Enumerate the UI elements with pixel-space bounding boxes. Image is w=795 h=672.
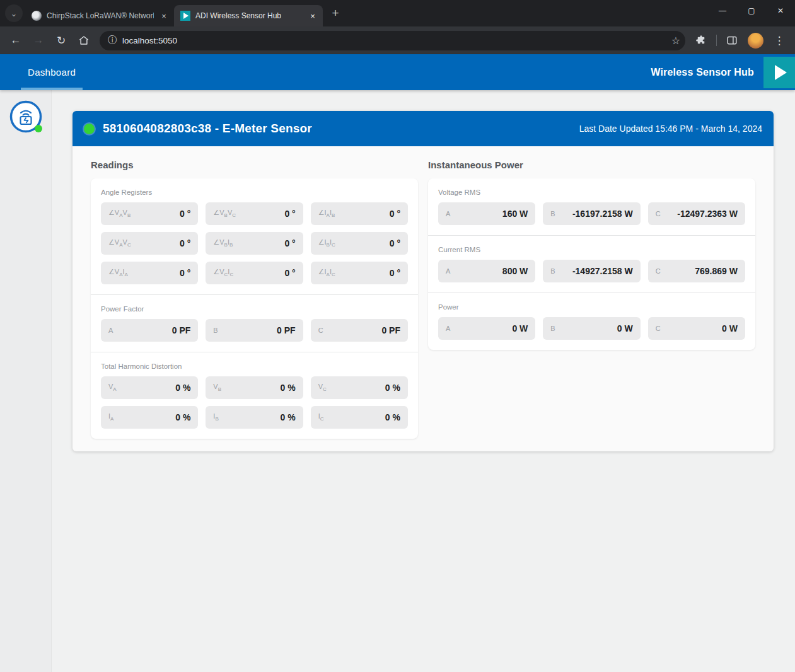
- field-value: 0 °: [180, 268, 190, 278]
- chirpstack-favicon: [32, 11, 42, 21]
- field-value: 0 °: [180, 209, 190, 219]
- reading-field: B-14927.2158 W: [543, 260, 640, 282]
- field-label: VB: [213, 383, 221, 392]
- reading-field: B0 PF: [206, 319, 303, 342]
- field-value: 0 %: [385, 412, 400, 422]
- reading-field: ∠VCIC0 °: [206, 262, 303, 284]
- reading-field: ∠VAIA0 °: [101, 262, 198, 284]
- readings-column: Readings Angle Registers ∠VAVB0 °∠VBVC0 …: [91, 157, 418, 439]
- adi-logo[interactable]: [763, 57, 795, 88]
- app-header: Dashboard Wireless Sensor Hub: [0, 54, 795, 90]
- new-tab-button[interactable]: +: [327, 4, 344, 22]
- nav-tab-label: Dashboard: [28, 67, 76, 78]
- field-value: -16197.2158 W: [572, 209, 633, 219]
- device-online-dot: [35, 125, 42, 132]
- last-updated-text: Last Date Updated 15:46 PM - March 14, 2…: [579, 124, 762, 134]
- back-button[interactable]: ←: [5, 30, 26, 51]
- reading-field: A0 W: [438, 317, 535, 340]
- field-value: 0 W: [512, 323, 528, 333]
- field-label: ∠IAIB: [318, 209, 335, 218]
- field-label: ∠VBVC: [213, 209, 236, 218]
- group-title-voltage-rms: Voltage RMS: [438, 188, 745, 196]
- nav-tab-dashboard[interactable]: Dashboard: [21, 54, 83, 90]
- readings-section-title: Readings: [91, 159, 418, 170]
- kebab-menu-icon[interactable]: ⋮: [769, 30, 790, 51]
- minimize-button[interactable]: —: [708, 0, 737, 21]
- chevron-down-icon: ⌄: [11, 9, 18, 18]
- screen: ⌄ ChirpStack LoRaWAN® Network × ADI Wire…: [0, 0, 795, 672]
- field-value: 0 °: [284, 209, 295, 219]
- tab-chirpstack[interactable]: ChirpStack LoRaWAN® Network ×: [25, 5, 174, 26]
- window-controls: — ▢ ✕: [708, 0, 795, 21]
- current-rms-grid: A800 WB-14927.2158 WC769.869 W: [438, 260, 745, 282]
- reading-field: C-12497.2363 W: [648, 202, 745, 225]
- group-title-power-factor: Power Factor: [101, 305, 408, 313]
- tab-title: ChirpStack LoRaWAN® Network: [47, 11, 154, 20]
- home-icon[interactable]: [73, 30, 95, 51]
- field-label: VA: [108, 383, 117, 392]
- extensions-puzzle-icon[interactable]: [690, 30, 712, 51]
- field-label: ∠VAIA: [108, 268, 128, 277]
- reading-field: ∠VAVC0 °: [101, 232, 198, 255]
- header-right: Wireless Sensor Hub: [651, 57, 795, 88]
- instantaneous-power-section-title: Instantaneous Power: [428, 159, 755, 170]
- maximize-button[interactable]: ▢: [737, 0, 766, 21]
- field-value: 0 %: [175, 412, 190, 422]
- side-panel-icon[interactable]: [721, 30, 743, 51]
- reading-field: VB0 %: [206, 376, 303, 399]
- status-dot: [84, 124, 95, 134]
- reading-field: C769.869 W: [648, 260, 745, 282]
- tab-close-icon[interactable]: ×: [159, 11, 169, 21]
- field-value: 800 W: [502, 266, 528, 276]
- reading-field: C0 W: [648, 317, 745, 340]
- tab-title: ADI Wireless Sensor Hub: [195, 11, 303, 20]
- tab-adi-wireless-sensor-hub[interactable]: ADI Wireless Sensor Hub ×: [174, 5, 323, 26]
- readings-panel: Angle Registers ∠VAVB0 °∠VBVC0 °∠IAIB0 °…: [91, 178, 418, 439]
- panel-divider: [428, 293, 755, 293]
- bookmark-star-icon[interactable]: ☆: [671, 35, 680, 47]
- field-value: 0 %: [281, 412, 296, 422]
- field-value: 0 W: [617, 323, 633, 333]
- reload-button[interactable]: ↻: [50, 30, 72, 51]
- browser-toolbar: ← → ↻ ⓘ localhost:5050 ☆ ⋮: [0, 26, 795, 54]
- reading-field: ∠IAIB0 °: [311, 202, 408, 225]
- field-label: A: [108, 327, 113, 334]
- url-text[interactable]: localhost:5050: [122, 36, 666, 45]
- field-value: 0 °: [390, 209, 400, 219]
- field-value: 0 %: [175, 383, 190, 393]
- group-title-current-rms: Current RMS: [438, 246, 745, 253]
- app-body: 5810604082803c38 - E-Meter Sensor Last D…: [0, 90, 795, 672]
- reading-field: C0 PF: [311, 319, 408, 342]
- tab-search-button[interactable]: ⌄: [5, 4, 23, 22]
- field-value: 0 °: [284, 268, 295, 278]
- play-triangle-icon: [183, 13, 189, 19]
- field-value: 0 %: [281, 383, 296, 393]
- reading-field: A160 W: [438, 202, 535, 225]
- sidebar-device-emeter[interactable]: [9, 100, 43, 134]
- field-value: 769.869 W: [695, 266, 738, 276]
- field-value: -12497.2363 W: [677, 209, 738, 219]
- reading-field: B-16197.2158 W: [543, 202, 640, 225]
- profile-avatar[interactable]: [748, 33, 763, 49]
- sensor-card-body: Readings Angle Registers ∠VAVB0 °∠VBVC0 …: [73, 146, 774, 451]
- reading-field: IA0 %: [101, 406, 198, 429]
- field-value: 0 PF: [172, 325, 191, 335]
- sidebar: [0, 90, 52, 672]
- field-value: 0 °: [284, 238, 295, 248]
- close-window-button[interactable]: ✕: [766, 0, 795, 21]
- panel-divider: [91, 294, 418, 295]
- site-info-icon[interactable]: ⓘ: [108, 35, 117, 46]
- field-value: 0 PF: [381, 325, 400, 335]
- group-title-angle-registers: Angle Registers: [101, 188, 408, 196]
- adi-triangle-icon: [775, 65, 787, 80]
- address-bar[interactable]: ⓘ localhost:5050 ☆: [100, 31, 685, 50]
- browser-tabstrip: ⌄ ChirpStack LoRaWAN® Network × ADI Wire…: [0, 0, 795, 26]
- power-grid: A0 WB0 WC0 W: [438, 317, 745, 340]
- tab-close-icon[interactable]: ×: [308, 11, 318, 21]
- forward-button[interactable]: →: [28, 30, 49, 51]
- field-label: A: [446, 325, 450, 332]
- reading-field: A800 W: [438, 260, 535, 282]
- field-label: C: [656, 325, 661, 332]
- reading-field: ∠IAIC0 °: [311, 262, 408, 284]
- field-label: ∠VBIB: [213, 238, 233, 248]
